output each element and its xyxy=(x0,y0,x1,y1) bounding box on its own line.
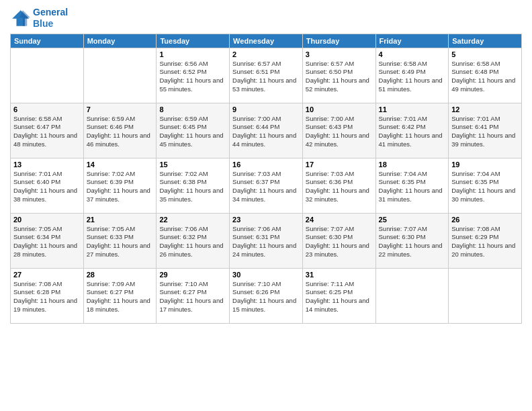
day-detail: Sunrise: 7:07 AMSunset: 6:30 PMDaylight:… xyxy=(379,225,446,259)
day-detail: Sunrise: 7:10 AMSunset: 6:26 PMDaylight:… xyxy=(232,280,300,314)
logo-text: General Blue xyxy=(33,7,68,30)
calendar-cell: 20Sunrise: 7:05 AMSunset: 6:34 PMDayligh… xyxy=(11,213,84,268)
day-detail: Sunrise: 7:03 AMSunset: 6:36 PMDaylight:… xyxy=(306,170,373,204)
day-detail: Sunrise: 7:01 AMSunset: 6:42 PMDaylight:… xyxy=(379,115,446,149)
calendar-cell: 9Sunrise: 7:00 AMSunset: 6:44 PMDaylight… xyxy=(230,103,303,158)
calendar-cell xyxy=(449,268,522,323)
day-number: 13 xyxy=(13,161,81,169)
day-detail: Sunrise: 7:10 AMSunset: 6:27 PMDaylight:… xyxy=(159,280,226,314)
day-number: 10 xyxy=(306,105,373,113)
day-number: 16 xyxy=(232,161,300,169)
calendar-cell: 11Sunrise: 7:01 AMSunset: 6:42 PMDayligh… xyxy=(375,103,449,158)
calendar-cell: 15Sunrise: 7:02 AMSunset: 6:38 PMDayligh… xyxy=(157,158,230,213)
day-detail: Sunrise: 7:01 AMSunset: 6:40 PMDaylight:… xyxy=(13,170,81,204)
calendar-cell: 29Sunrise: 7:10 AMSunset: 6:27 PMDayligh… xyxy=(157,268,230,323)
day-number: 5 xyxy=(451,50,519,58)
calendar-week-row: 1Sunrise: 6:56 AMSunset: 6:52 PMDaylight… xyxy=(11,48,522,103)
calendar-cell: 13Sunrise: 7:01 AMSunset: 6:40 PMDayligh… xyxy=(11,158,84,213)
day-number: 29 xyxy=(159,271,226,279)
day-number: 17 xyxy=(306,161,373,169)
calendar-cell xyxy=(83,48,157,103)
day-detail: Sunrise: 7:01 AMSunset: 6:41 PMDaylight:… xyxy=(451,115,519,149)
day-detail: Sunrise: 7:02 AMSunset: 6:38 PMDaylight:… xyxy=(159,170,226,204)
logo: General Blue xyxy=(10,7,68,30)
day-detail: Sunrise: 7:04 AMSunset: 6:35 PMDaylight:… xyxy=(379,170,446,204)
day-number: 27 xyxy=(13,271,81,279)
header: General Blue xyxy=(10,7,522,30)
day-detail: Sunrise: 7:04 AMSunset: 6:35 PMDaylight:… xyxy=(451,170,519,204)
day-number: 23 xyxy=(232,216,300,224)
calendar-cell: 2Sunrise: 6:57 AMSunset: 6:51 PMDaylight… xyxy=(230,48,303,103)
calendar-header-row: SundayMondayTuesdayWednesdayThursdayFrid… xyxy=(11,34,522,48)
day-detail: Sunrise: 6:58 AMSunset: 6:47 PMDaylight:… xyxy=(13,115,81,149)
calendar-week-row: 13Sunrise: 7:01 AMSunset: 6:40 PMDayligh… xyxy=(11,158,522,213)
weekday-header: Tuesday xyxy=(157,34,230,48)
calendar-cell: 18Sunrise: 7:04 AMSunset: 6:35 PMDayligh… xyxy=(375,158,449,213)
day-number: 28 xyxy=(87,271,154,279)
day-number: 21 xyxy=(87,216,154,224)
weekday-header: Sunday xyxy=(11,34,84,48)
calendar-cell: 12Sunrise: 7:01 AMSunset: 6:41 PMDayligh… xyxy=(449,103,522,158)
day-number: 2 xyxy=(232,50,300,58)
day-number: 6 xyxy=(13,105,81,113)
day-number: 11 xyxy=(379,105,446,113)
logo-icon xyxy=(10,9,30,28)
day-detail: Sunrise: 7:08 AMSunset: 6:29 PMDaylight:… xyxy=(451,225,519,259)
calendar-cell: 10Sunrise: 7:00 AMSunset: 6:43 PMDayligh… xyxy=(302,103,375,158)
day-number: 3 xyxy=(306,50,373,58)
calendar-cell: 31Sunrise: 7:11 AMSunset: 6:25 PMDayligh… xyxy=(302,268,375,323)
calendar-cell: 17Sunrise: 7:03 AMSunset: 6:36 PMDayligh… xyxy=(302,158,375,213)
day-detail: Sunrise: 6:59 AMSunset: 6:46 PMDaylight:… xyxy=(87,115,154,149)
day-detail: Sunrise: 7:00 AMSunset: 6:43 PMDaylight:… xyxy=(306,115,373,149)
day-detail: Sunrise: 6:56 AMSunset: 6:52 PMDaylight:… xyxy=(159,60,226,94)
calendar-cell: 16Sunrise: 7:03 AMSunset: 6:37 PMDayligh… xyxy=(230,158,303,213)
calendar-cell: 24Sunrise: 7:07 AMSunset: 6:30 PMDayligh… xyxy=(302,213,375,268)
calendar-cell: 22Sunrise: 7:06 AMSunset: 6:32 PMDayligh… xyxy=(157,213,230,268)
calendar-cell: 6Sunrise: 6:58 AMSunset: 6:47 PMDaylight… xyxy=(11,103,84,158)
calendar-cell: 4Sunrise: 6:58 AMSunset: 6:49 PMDaylight… xyxy=(375,48,449,103)
day-detail: Sunrise: 7:00 AMSunset: 6:44 PMDaylight:… xyxy=(232,115,300,149)
day-number: 18 xyxy=(379,161,446,169)
day-number: 15 xyxy=(159,161,226,169)
calendar-cell: 21Sunrise: 7:05 AMSunset: 6:33 PMDayligh… xyxy=(83,213,157,268)
calendar-cell: 26Sunrise: 7:08 AMSunset: 6:29 PMDayligh… xyxy=(449,213,522,268)
day-detail: Sunrise: 6:58 AMSunset: 6:49 PMDaylight:… xyxy=(379,60,446,94)
calendar-cell: 25Sunrise: 7:07 AMSunset: 6:30 PMDayligh… xyxy=(375,213,449,268)
day-number: 22 xyxy=(159,216,226,224)
calendar-cell: 14Sunrise: 7:02 AMSunset: 6:39 PMDayligh… xyxy=(83,158,157,213)
day-number: 12 xyxy=(451,105,519,113)
day-number: 30 xyxy=(232,271,300,279)
day-number: 8 xyxy=(159,105,226,113)
calendar-week-row: 27Sunrise: 7:08 AMSunset: 6:28 PMDayligh… xyxy=(11,268,522,323)
weekday-header: Monday xyxy=(83,34,157,48)
day-number: 25 xyxy=(379,216,446,224)
calendar-cell xyxy=(375,268,449,323)
day-detail: Sunrise: 6:58 AMSunset: 6:48 PMDaylight:… xyxy=(451,60,519,94)
day-detail: Sunrise: 7:06 AMSunset: 6:32 PMDaylight:… xyxy=(159,225,226,259)
calendar-week-row: 20Sunrise: 7:05 AMSunset: 6:34 PMDayligh… xyxy=(11,213,522,268)
calendar-cell: 5Sunrise: 6:58 AMSunset: 6:48 PMDaylight… xyxy=(449,48,522,103)
calendar-cell: 28Sunrise: 7:09 AMSunset: 6:27 PMDayligh… xyxy=(83,268,157,323)
day-detail: Sunrise: 7:05 AMSunset: 6:34 PMDaylight:… xyxy=(13,225,81,259)
day-detail: Sunrise: 6:57 AMSunset: 6:51 PMDaylight:… xyxy=(232,60,300,94)
day-detail: Sunrise: 7:07 AMSunset: 6:30 PMDaylight:… xyxy=(306,225,373,259)
day-number: 19 xyxy=(451,161,519,169)
page: General Blue SundayMondayTuesdayWednesda… xyxy=(0,0,532,411)
weekday-header: Wednesday xyxy=(230,34,303,48)
day-detail: Sunrise: 7:06 AMSunset: 6:31 PMDaylight:… xyxy=(232,225,300,259)
day-detail: Sunrise: 6:59 AMSunset: 6:45 PMDaylight:… xyxy=(159,115,226,149)
day-detail: Sunrise: 7:11 AMSunset: 6:25 PMDaylight:… xyxy=(306,280,373,314)
weekday-header: Thursday xyxy=(302,34,375,48)
calendar-cell: 27Sunrise: 7:08 AMSunset: 6:28 PMDayligh… xyxy=(11,268,84,323)
calendar-table: SundayMondayTuesdayWednesdayThursdayFrid… xyxy=(10,34,522,324)
day-number: 31 xyxy=(306,271,373,279)
calendar-cell: 30Sunrise: 7:10 AMSunset: 6:26 PMDayligh… xyxy=(230,268,303,323)
calendar-cell: 8Sunrise: 6:59 AMSunset: 6:45 PMDaylight… xyxy=(157,103,230,158)
day-detail: Sunrise: 7:03 AMSunset: 6:37 PMDaylight:… xyxy=(232,170,300,204)
day-detail: Sunrise: 6:57 AMSunset: 6:50 PMDaylight:… xyxy=(306,60,373,94)
calendar-cell: 1Sunrise: 6:56 AMSunset: 6:52 PMDaylight… xyxy=(157,48,230,103)
day-number: 9 xyxy=(232,105,300,113)
day-number: 4 xyxy=(379,50,446,58)
day-number: 7 xyxy=(87,105,154,113)
calendar-cell: 3Sunrise: 6:57 AMSunset: 6:50 PMDaylight… xyxy=(302,48,375,103)
